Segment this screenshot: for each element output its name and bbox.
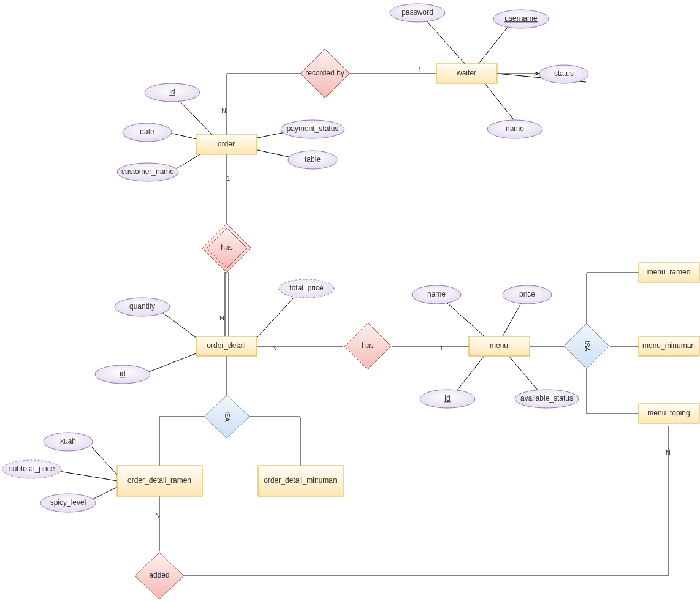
- attr-menu-id-label: id: [444, 394, 450, 403]
- entity-menu-toping: menu_toping: [639, 404, 699, 423]
- attr-menu-name-label: name: [427, 290, 446, 298]
- svg-line-7: [167, 132, 199, 140]
- attr-od-id: id: [95, 365, 150, 384]
- attr-waiter-password: password: [390, 4, 445, 22]
- entity-order: order: [196, 135, 257, 154]
- attr-odr-subtotal-price-label: subtotal_price: [9, 464, 55, 473]
- attr-waiter-status-label: status: [554, 69, 574, 78]
- svg-line-22: [509, 356, 539, 392]
- attr-waiter-username: username: [493, 10, 549, 28]
- attr-odr-spicy-level: spicy_level: [40, 494, 96, 512]
- svg-line-26: [92, 447, 117, 475]
- entity-od-minuman-label: order_detail_minuman: [264, 476, 337, 485]
- attr-od-total-price: total_price: [279, 279, 334, 298]
- isa-menu: ISA: [564, 323, 609, 369]
- attr-menu-price: price: [503, 285, 552, 304]
- attr-order-payment-status: payment_status: [281, 120, 344, 138]
- attr-waiter-password-label: password: [401, 8, 433, 17]
- svg-line-6: [178, 99, 213, 136]
- attr-waiter-name: name: [487, 120, 542, 138]
- attr-odr-spicy-level-label: spicy_level: [50, 498, 86, 507]
- card-has2-menu: 1: [439, 344, 443, 352]
- svg-line-0: [426, 20, 465, 64]
- isa-menu-label: ISA: [584, 341, 591, 352]
- entity-order-detail-ramen: order_detail_ramen: [117, 466, 202, 496]
- card-recordedby-waiter: 1: [418, 66, 422, 74]
- attr-order-payment-status-label: payment_status: [287, 124, 339, 133]
- attr-order-id-label: id: [169, 88, 175, 96]
- card-has1-order: 1: [227, 175, 230, 182]
- attr-menu-id: id: [420, 390, 475, 408]
- attr-waiter-name-label: name: [506, 124, 524, 133]
- attr-od-id-label: id: [120, 369, 125, 378]
- relationship-recorded-by-label: recorded by: [305, 69, 344, 77]
- svg-line-15: [147, 352, 199, 372]
- entity-waiter: waiter: [436, 64, 497, 83]
- relationship-has-od-menu: has: [344, 323, 391, 369]
- entity-waiter-label: waiter: [456, 69, 476, 77]
- entity-od-ramen-label: order_detail_ramen: [127, 476, 191, 485]
- entity-menu-label: menu: [490, 341, 508, 350]
- card-recordedby-order: N: [221, 107, 226, 114]
- svg-line-20: [503, 303, 521, 336]
- attr-menu-name: name: [412, 285, 461, 304]
- card-has1-od: N: [219, 314, 224, 322]
- card-added-toping: N: [666, 449, 671, 456]
- attr-order-customer-name: customer_name: [117, 163, 178, 181]
- attr-od-total-price-label: total_price: [289, 284, 324, 292]
- attr-waiter-status: status: [539, 65, 588, 83]
- attr-order-date-label: date: [140, 127, 154, 136]
- svg-line-19: [447, 303, 484, 336]
- relationship-has1-label: has: [221, 243, 232, 252]
- attr-order-table-label: table: [305, 155, 321, 164]
- attr-odr-kuah-label: kuah: [60, 437, 76, 445]
- card-has2-od: N: [272, 344, 277, 352]
- attr-menu-available-status: available_status: [515, 390, 579, 408]
- attr-od-quantity-label: quantity: [129, 302, 155, 311]
- isa-od-label: ISA: [224, 411, 231, 422]
- er-diagram: 1 N 1 N N 1 N N waiter order order_detai…: [0, 0, 700, 601]
- relationship-added: added: [135, 553, 184, 599]
- svg-line-4: [484, 83, 515, 121]
- attr-menu-price-label: price: [519, 290, 535, 298]
- attr-od-quantity: quantity: [115, 298, 170, 316]
- attr-order-customer-name-label: customer_name: [121, 167, 174, 176]
- relationship-has-order-od: has: [202, 224, 251, 273]
- entity-order-detail: order_detail: [196, 336, 257, 356]
- entity-menu-ramen-label: menu_ramen: [647, 268, 691, 276]
- attr-order-date: date: [123, 123, 172, 142]
- relationship-added-label: added: [149, 571, 169, 580]
- svg-line-10: [257, 150, 294, 158]
- entity-order-detail-label: order_detail: [207, 341, 245, 350]
- entity-menu-toping-label: menu_toping: [647, 409, 690, 417]
- svg-line-27: [55, 471, 117, 481]
- attr-odr-kuah: kuah: [44, 433, 93, 451]
- attr-waiter-username-label: username: [504, 14, 538, 23]
- svg-line-14: [162, 312, 199, 340]
- attr-order-id: id: [145, 83, 200, 102]
- entity-menu-minuman-label: menu_minuman: [642, 341, 695, 350]
- card-added-odr: N: [155, 512, 160, 519]
- entity-order-detail-minuman: order_detail_minuman: [258, 466, 343, 496]
- svg-line-21: [457, 356, 484, 391]
- attr-order-table: table: [288, 151, 337, 169]
- attr-odr-subtotal-price: subtotal_price: [2, 460, 61, 478]
- isa-order-detail: ISA: [204, 395, 249, 438]
- relationship-recorded-by: recorded by: [300, 49, 349, 98]
- entity-order-label: order: [218, 140, 235, 148]
- entity-menu-minuman: menu_minuman: [639, 336, 699, 356]
- attr-menu-available-status-label: available_status: [520, 394, 573, 403]
- entity-menu: menu: [469, 336, 530, 356]
- svg-line-8: [173, 153, 202, 170]
- svg-line-1: [478, 26, 509, 64]
- svg-line-16: [257, 297, 294, 337]
- entity-menu-ramen: menu_ramen: [639, 263, 699, 282]
- relationship-has2-label: has: [362, 341, 373, 350]
